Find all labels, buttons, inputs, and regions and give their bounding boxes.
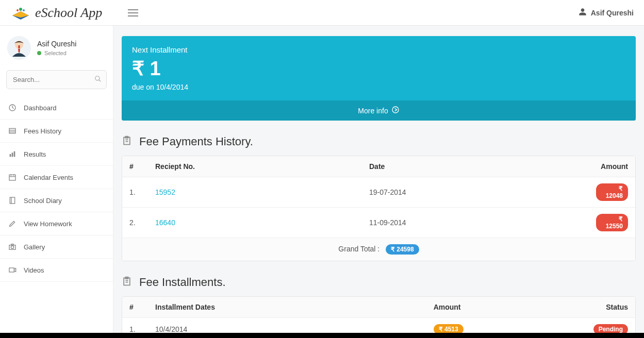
table-header-row: # Reciept No. Date Amount <box>122 156 635 177</box>
col-idx: # <box>122 156 148 177</box>
topbar-user[interactable]: Asif Qureshi <box>579 8 634 18</box>
col-amount: Amount <box>589 156 635 177</box>
sidebar-item-diary[interactable]: School Diary <box>0 189 113 212</box>
clipboard-icon <box>122 276 132 289</box>
svg-rect-11 <box>10 154 11 157</box>
sidebar-item-label: Results <box>24 150 46 158</box>
svg-rect-23 <box>9 268 14 272</box>
dashboard-icon <box>8 104 16 112</box>
grand-total-label: Grand Total : <box>338 245 379 253</box>
svg-point-21 <box>11 246 13 248</box>
grand-total-row: Grand Total : ₹ 24598 <box>122 238 635 261</box>
sidebar-item-label: Gallery <box>24 243 45 251</box>
avatar <box>7 36 31 60</box>
sidebar-item-homework[interactable]: View Homework <box>0 212 113 235</box>
bottom-bar <box>0 333 644 338</box>
camera-icon <box>8 243 16 251</box>
svg-point-2 <box>23 9 25 11</box>
sidebar-item-label: Dashboard <box>24 104 57 112</box>
sidebar-item-fees[interactable]: Fees History <box>0 120 113 143</box>
svg-point-24 <box>392 107 399 113</box>
status-dot-icon <box>37 51 41 55</box>
clipboard-icon <box>122 135 132 148</box>
sidebar-item-label: School Diary <box>24 197 62 205</box>
profile-name: Asif Qureshi <box>37 40 76 48</box>
search-icon[interactable] <box>94 75 102 84</box>
sidebar-item-results[interactable]: Results <box>0 143 113 166</box>
user-icon <box>579 8 587 18</box>
sidebar-item-label: Videos <box>24 266 44 274</box>
svg-point-5 <box>95 76 100 80</box>
cell-date: 11-09-2014 <box>362 208 589 238</box>
sidebar-item-videos[interactable]: Videos <box>0 259 113 282</box>
installments-table: # Installment Dates Amount Status 1. 10/… <box>122 296 636 338</box>
grand-total-badge: ₹ 24598 <box>386 244 419 255</box>
cell-date: 19-07-2014 <box>362 177 589 208</box>
search-input[interactable] <box>6 70 107 89</box>
receipt-link[interactable]: 15952 <box>155 188 175 196</box>
book-icon <box>8 196 16 205</box>
amount-badge: ₹ 12048 <box>596 183 628 201</box>
logo[interactable]: eSchool App <box>10 4 102 22</box>
fee-history-title: Fee Payments History. <box>139 135 253 148</box>
col-dates: Installment Dates <box>148 297 426 318</box>
profile-block[interactable]: Asif Qureshi Selected <box>0 26 113 70</box>
svg-rect-8 <box>9 128 15 133</box>
amount-badge: ₹ 12550 <box>596 214 628 231</box>
sidebar: Asif Qureshi Selected Dashboard Fees <box>0 26 113 338</box>
profile-status: Selected <box>37 50 76 56</box>
installments-heading: Fee Installments. <box>122 276 636 289</box>
menu-toggle-button[interactable] <box>128 9 138 16</box>
svg-rect-14 <box>9 175 15 180</box>
calendar-icon <box>8 173 16 181</box>
next-installment-due: due on 10/4/2014 <box>132 83 625 91</box>
pencil-icon <box>8 219 16 228</box>
profile-status-text: Selected <box>44 50 67 56</box>
sidebar-item-calendar[interactable]: Calendar Events <box>0 166 113 189</box>
logo-text: eSchool App <box>35 5 102 21</box>
fee-history-heading: Fee Payments History. <box>122 135 636 148</box>
svg-point-0 <box>19 8 22 11</box>
svg-rect-22 <box>11 244 13 245</box>
cell-idx: 2. <box>122 208 148 238</box>
col-amount: Amount <box>426 297 586 318</box>
more-info-button[interactable]: More info <box>122 100 636 121</box>
col-idx: # <box>122 297 148 318</box>
svg-rect-18 <box>10 197 14 204</box>
receipt-link[interactable]: 16640 <box>155 218 175 227</box>
arrow-right-circle-icon <box>391 106 400 115</box>
sidebar-item-label: Calendar Events <box>24 174 73 181</box>
svg-rect-13 <box>14 151 15 157</box>
svg-point-1 <box>16 9 19 11</box>
video-icon <box>8 266 16 274</box>
table-row: 2. 16640 11-09-2014 ₹ 12550 <box>122 208 635 238</box>
sidebar-item-label: Fees History <box>24 127 61 135</box>
main-content: Next Installment ₹ 1 due on 10/4/2014 Mo… <box>113 26 644 338</box>
svg-rect-12 <box>12 153 13 157</box>
col-date: Date <box>362 156 589 177</box>
chart-icon <box>8 150 16 158</box>
search-box <box>6 70 107 89</box>
topbar: eSchool App Asif Qureshi <box>0 0 644 26</box>
table-header-row: # Installment Dates Amount Status <box>122 297 635 318</box>
svg-line-6 <box>99 79 101 81</box>
sidebar-item-label: View Homework <box>24 220 72 228</box>
col-status: Status <box>586 297 635 318</box>
cell-idx: 1. <box>122 177 148 208</box>
more-info-label: More info <box>358 107 388 115</box>
fee-history-table: # Reciept No. Date Amount 1. 15952 19-07… <box>122 156 636 261</box>
sidebar-item-gallery[interactable]: Gallery <box>0 235 113 259</box>
topbar-user-name: Asif Qureshi <box>591 9 634 17</box>
next-installment-label: Next Installment <box>132 45 625 54</box>
list-icon <box>8 127 16 135</box>
table-row: 1. 15952 19-07-2014 ₹ 12048 <box>122 177 635 208</box>
next-installment-amount: ₹ 1 <box>132 57 625 80</box>
installments-title: Fee Installments. <box>139 276 226 289</box>
logo-icon <box>10 4 31 22</box>
sidebar-item-dashboard[interactable]: Dashboard <box>0 96 113 120</box>
col-receipt: Reciept No. <box>148 156 362 177</box>
next-installment-card: Next Installment ₹ 1 due on 10/4/2014 Mo… <box>122 36 636 121</box>
